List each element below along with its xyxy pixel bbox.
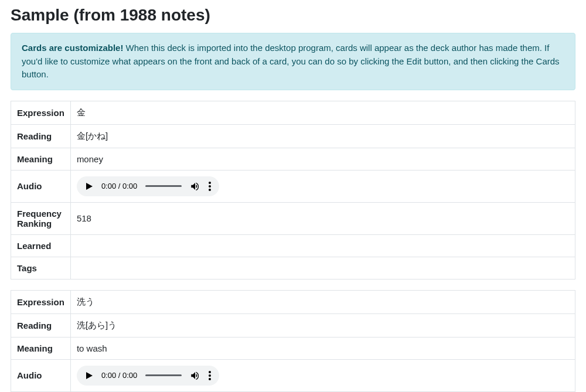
audio-player[interactable]: 0:00 / 0:00 — [77, 366, 219, 386]
audio-track[interactable] — [145, 374, 182, 376]
field-label-learned: Learned — [11, 234, 71, 257]
volume-icon[interactable] — [190, 370, 200, 381]
field-label-meaning: Meaning — [11, 337, 71, 359]
note-table: Expression 金 Reading 金[かね] Meaning money… — [11, 101, 575, 279]
alert-strong: Cards are customizable! — [22, 43, 123, 53]
audio-time: 0:00 / 0:00 — [101, 371, 137, 380]
field-value-expression: 金 — [70, 101, 575, 124]
info-alert: Cards are customizable! When this deck i… — [11, 33, 575, 90]
svg-marker-4 — [86, 372, 93, 379]
kebab-menu-icon[interactable] — [209, 182, 211, 191]
audio-player[interactable]: 0:00 / 0:00 — [77, 176, 219, 196]
field-label-audio: Audio — [11, 170, 71, 202]
field-value-meaning: money — [70, 148, 575, 170]
audio-track[interactable] — [145, 185, 182, 187]
play-icon[interactable] — [85, 182, 93, 190]
field-value-audio: 0:00 / 0:00 — [70, 359, 575, 391]
field-label-meaning: Meaning — [11, 148, 71, 170]
field-value-expression: 洗う — [70, 290, 575, 313]
field-label-reading: Reading — [11, 313, 71, 337]
field-value-frequency: 518 — [70, 202, 575, 234]
field-value-tags — [70, 257, 575, 279]
svg-point-5 — [209, 371, 211, 373]
svg-point-1 — [209, 182, 211, 184]
svg-point-3 — [209, 189, 211, 191]
volume-icon[interactable] — [190, 181, 200, 192]
field-label-audio: Audio — [11, 359, 71, 391]
play-icon[interactable] — [85, 371, 93, 380]
svg-marker-0 — [86, 183, 93, 190]
kebab-menu-icon[interactable] — [209, 371, 211, 380]
field-value-audio: 0:00 / 0:00 — [70, 170, 575, 202]
field-value-reading: 金[かね] — [70, 124, 575, 148]
field-label-frequency: Frequency Ranking — [11, 202, 71, 234]
svg-point-2 — [209, 185, 211, 188]
note-table: Expression 洗う Reading 洗[あら]う Meaning to … — [11, 290, 575, 393]
page-title: Sample (from 1988 notes) — [11, 6, 575, 25]
svg-point-6 — [209, 374, 211, 377]
field-label-reading: Reading — [11, 124, 71, 148]
field-label-tags: Tags — [11, 257, 71, 279]
audio-time: 0:00 / 0:00 — [101, 182, 137, 190]
field-label-expression: Expression — [11, 101, 71, 124]
svg-point-7 — [209, 378, 211, 380]
field-value-learned — [70, 234, 575, 257]
field-label-expression: Expression — [11, 290, 71, 313]
field-value-meaning: to wash — [70, 337, 575, 359]
field-value-reading: 洗[あら]う — [70, 313, 575, 337]
